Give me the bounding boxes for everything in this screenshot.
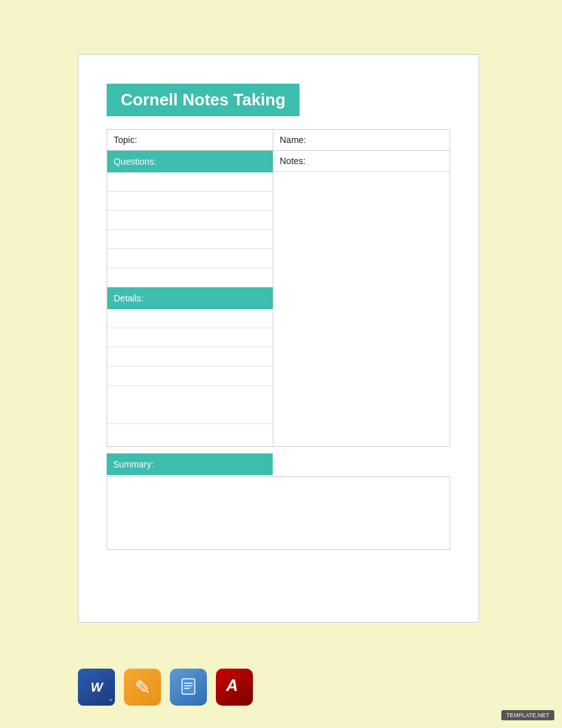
line-row[interactable] (107, 230, 273, 249)
details-header: Details: (107, 287, 273, 309)
questions-label: Questions: (114, 156, 156, 167)
question-lines (107, 172, 273, 287)
notes-content-area[interactable] (273, 172, 450, 446)
word-icon-label: W ≡ (91, 680, 102, 695)
detail-line-row[interactable] (107, 386, 273, 424)
template-badge: TEMPLATE.NET (501, 710, 554, 720)
form-area: Topic: Name: Questions: (107, 129, 450, 550)
topic-cell: Topic: (107, 130, 273, 150)
docs-icon[interactable] (170, 669, 207, 706)
line-row[interactable] (107, 211, 273, 230)
svg-rect-0 (182, 679, 195, 694)
line-row[interactable] (107, 249, 273, 268)
summary-box[interactable] (107, 476, 450, 550)
template-badge-text: TEMPLATE.NET (506, 712, 549, 718)
left-column: Questions: Details: (107, 151, 273, 446)
document-card: Cornell Notes Taking Topic: Name: Que (78, 54, 479, 623)
pages-icon-symbol: ✎ (135, 676, 151, 699)
notes-label: Notes: (280, 156, 305, 166)
topic-name-row: Topic: Name: (107, 129, 450, 150)
line-row[interactable] (107, 268, 273, 287)
line-row[interactable] (107, 192, 273, 211)
summary-label: Summary: (113, 459, 154, 469)
name-label: Name: (280, 135, 306, 145)
summary-header: Summary: (107, 453, 273, 475)
detail-lines (107, 309, 273, 424)
detail-line-row[interactable] (107, 328, 273, 347)
details-label: Details: (114, 293, 144, 303)
acrobat-icon[interactable]: A (216, 669, 253, 706)
svg-rect-3 (184, 688, 190, 689)
notes-header-cell: Notes: (273, 151, 450, 172)
svg-rect-1 (184, 683, 193, 684)
detail-line-row[interactable] (107, 309, 273, 328)
icons-bar: W ≡ ✎ A (78, 669, 253, 706)
summary-section: Summary: (107, 453, 450, 550)
document-title: Cornell Notes Taking (121, 90, 285, 109)
svg-text:A: A (225, 676, 238, 695)
docs-icon-symbol (179, 676, 198, 698)
title-bar: Cornell Notes Taking (107, 84, 300, 116)
name-cell: Name: (273, 130, 450, 150)
acrobat-icon-symbol: A (224, 674, 245, 700)
word-icon[interactable]: W ≡ (78, 669, 115, 706)
detail-line-row[interactable] (107, 367, 273, 386)
main-body: Questions: Details: (107, 150, 450, 447)
svg-rect-2 (184, 685, 193, 686)
pages-icon[interactable]: ✎ (124, 669, 161, 706)
detail-line-row[interactable] (107, 347, 273, 367)
right-column: Notes: (273, 151, 450, 446)
page-background: Cornell Notes Taking Topic: Name: Que (0, 0, 562, 728)
topic-label: Topic: (114, 135, 137, 145)
questions-header: Questions: (107, 151, 273, 172)
line-row[interactable] (107, 172, 273, 192)
